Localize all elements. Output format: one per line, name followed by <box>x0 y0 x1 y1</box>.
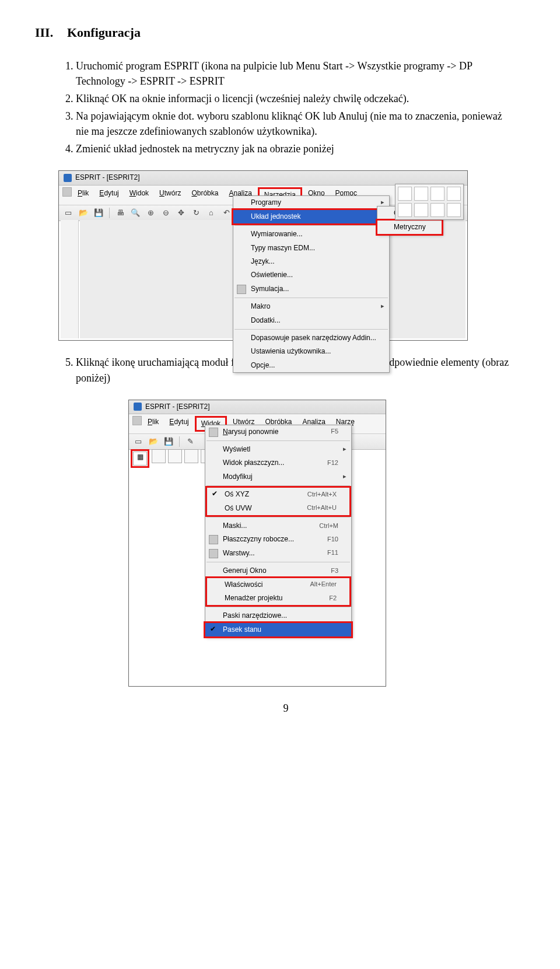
menu-sep <box>206 607 350 607</box>
shortcut: Ctrl+M <box>319 522 338 531</box>
menuitem-narysuj[interactable]: NNarysuj ponowniearysuj ponownie F5 <box>205 425 351 439</box>
milling-module-icon[interactable]: ▦ <box>131 449 149 468</box>
menu-plik[interactable]: PlikPlik <box>143 416 163 432</box>
shortcut: F12 <box>327 459 338 468</box>
float-btn[interactable] <box>430 203 444 217</box>
instruction-list: Uruchomić program ESPRIT (ikona na pulpi… <box>58 58 513 157</box>
shortcut: F11 <box>327 548 338 558</box>
menuitem-warstwy[interactable]: Warstwy... F11 <box>205 547 351 560</box>
menuitem-os-uvw[interactable]: Oś UVW Ctrl+Alt+U <box>207 502 349 515</box>
new-file-icon[interactable]: ▭ <box>62 207 74 219</box>
screenshot-units-menu: ESPRIT - [ESPRIT2] PPliklik EdytujEdytuj… <box>58 170 468 341</box>
save-icon[interactable]: 💾 <box>163 436 174 447</box>
menu-sep <box>206 440 350 441</box>
menuitem-typy-edm[interactable]: Typy maszyn EDM... <box>233 242 389 255</box>
menu-sep <box>235 225 388 226</box>
shortcut: Alt+Enter <box>310 580 337 589</box>
new-file-icon[interactable]: ▭ <box>132 436 144 447</box>
window-titlebar: ESPRIT - [ESPRIT2] <box>129 400 386 414</box>
menuitem-generuj-okno[interactable]: Generuj Okno F3 <box>205 564 351 578</box>
vertical-toolbar <box>61 220 79 338</box>
menuitem-os-xyz[interactable]: Oś XYZ Ctrl+Alt+X <box>207 488 349 501</box>
props-group-highlight: Właściwości Alt+Enter Menadżer projektu … <box>205 576 351 607</box>
window-title: ESPRIT - [ESPRIT2] <box>75 173 139 183</box>
menuitem-widok-plaszczyzn[interactable]: Widok płaszczyzn... F12 <box>205 456 351 470</box>
module-icon[interactable] <box>152 449 166 463</box>
float-btn[interactable] <box>398 203 412 217</box>
section-number: III. <box>35 23 67 42</box>
shortcut: F5 <box>331 427 338 436</box>
menuitem-symulacja[interactable]: Symulacja... <box>233 282 389 296</box>
module-icon[interactable] <box>184 449 198 463</box>
module-icons-row: ▦ <box>131 449 215 468</box>
menu-sep <box>206 562 350 562</box>
submenu-metryczny[interactable]: Metryczny <box>376 219 443 236</box>
menuitem-modyfikuj[interactable]: Modyfikuj <box>205 470 351 484</box>
menuitem-pasek-stanu[interactable]: Pasek stanu <box>204 621 353 638</box>
menuitem-plaszczyzny[interactable]: Płaszczyzny robocze... F10 <box>205 533 351 546</box>
control-icon <box>62 187 72 197</box>
brush-icon[interactable]: ✎ <box>184 436 196 447</box>
menuitem-dodatki[interactable]: Dodatki... <box>233 314 389 327</box>
window-titlebar: ESPRIT - [ESPRIT2] <box>59 171 467 185</box>
menu-edytuj[interactable]: EdytujEdytuj <box>164 416 193 432</box>
float-btn[interactable] <box>447 187 461 201</box>
list-item: Zmienić układ jednostek na metryczny jak… <box>76 141 513 156</box>
menuitem-jezyk[interactable]: Język... <box>233 255 389 268</box>
menuitem-opcje[interactable]: Opcje... <box>233 359 389 372</box>
menuitem-uklad-jednostek[interactable]: Układ jednostek <box>232 208 391 225</box>
open-file-icon[interactable]: 📂 <box>78 207 89 219</box>
separator <box>109 208 110 218</box>
window-title: ESPRIT - [ESPRIT2] <box>145 402 209 412</box>
menu-utworz[interactable]: UtwórzUtwórz <box>155 187 186 203</box>
float-btn[interactable] <box>414 203 428 217</box>
shortcut: Ctrl+Alt+U <box>307 503 337 513</box>
app-logo-icon <box>134 403 142 411</box>
menuitem-menadzer-projektu[interactable]: Menadżer projektu F2 <box>207 592 349 605</box>
menuitem-maski[interactable]: Maski... Ctrl+M <box>205 519 351 533</box>
float-btn[interactable] <box>447 203 461 217</box>
separator <box>179 436 180 447</box>
menu-widok[interactable]: WidokWidok <box>125 187 153 203</box>
undo-icon[interactable]: ↶ <box>220 207 232 219</box>
print-icon[interactable]: 🖶 <box>114 207 126 219</box>
float-btn[interactable] <box>414 187 428 201</box>
widok-dropdown[interactable]: NNarysuj ponowniearysuj ponownie F5 Wyśw… <box>205 425 352 637</box>
pan-icon[interactable]: ✥ <box>175 207 187 219</box>
menu-sep <box>235 298 388 298</box>
screenshot-widok-menu: ESPRIT - [ESPRIT2] PlikPlik EdytujEdytuj… <box>128 400 386 687</box>
menuitem-wyswietl[interactable]: Wyświetl <box>205 443 351 456</box>
list-item: Na pojawiającym oknie dot. wyboru szablo… <box>76 109 513 139</box>
home-icon[interactable]: ⌂ <box>205 207 217 219</box>
page-number: 9 <box>58 701 513 716</box>
zoom-out-icon[interactable]: ⊖ <box>160 207 172 219</box>
zoom-fit-icon[interactable]: 🔍 <box>130 207 141 219</box>
rotate-icon[interactable]: ↻ <box>190 207 202 219</box>
module-icon[interactable] <box>168 449 182 463</box>
shortcut: F10 <box>327 535 338 544</box>
float-btn[interactable] <box>398 187 412 201</box>
save-icon[interactable]: 💾 <box>93 207 104 219</box>
menu-plik[interactable]: PPliklik <box>73 187 93 203</box>
menuitem-makro[interactable]: Makro <box>233 300 389 313</box>
shortcut: F2 <box>329 594 337 603</box>
menuitem-ustawienia[interactable]: Ustawienia użytkownika... <box>233 345 389 358</box>
menuitem-wymiarowanie[interactable]: Wymiarowanie... <box>233 228 389 241</box>
menu-sep <box>235 329 388 330</box>
menu-edytuj[interactable]: EdytujEdytuj <box>94 187 123 203</box>
float-btn[interactable] <box>430 187 444 201</box>
narzedzia-dropdown[interactable]: Programy Układ jednostek Wymiarowanie...… <box>233 195 390 373</box>
menuitem-pasek-addin[interactable]: Dopasowuje pasek narzędziowy Addin... <box>233 331 389 345</box>
menuitem-wlasciwosci[interactable]: Właściwości Alt+Enter <box>207 578 349 592</box>
shortcut: F3 <box>331 566 338 576</box>
menu-obrobka[interactable]: ObróbkaObróbka <box>187 187 223 203</box>
zoom-in-icon[interactable]: ⊕ <box>145 207 156 219</box>
floating-toolbar[interactable] <box>395 184 464 220</box>
open-file-icon[interactable]: 📂 <box>148 436 159 447</box>
app-logo-icon <box>64 174 72 182</box>
shortcut: Ctrl+Alt+X <box>307 490 337 499</box>
axis-group-highlight: Oś XYZ Ctrl+Alt+X Oś UVW Ctrl+Alt+U <box>205 486 351 517</box>
menuitem-oswietlenie[interactable]: Oświetlenie... <box>233 268 389 282</box>
menu-sep <box>206 517 350 517</box>
section-title: Konfiguracja <box>67 25 141 40</box>
